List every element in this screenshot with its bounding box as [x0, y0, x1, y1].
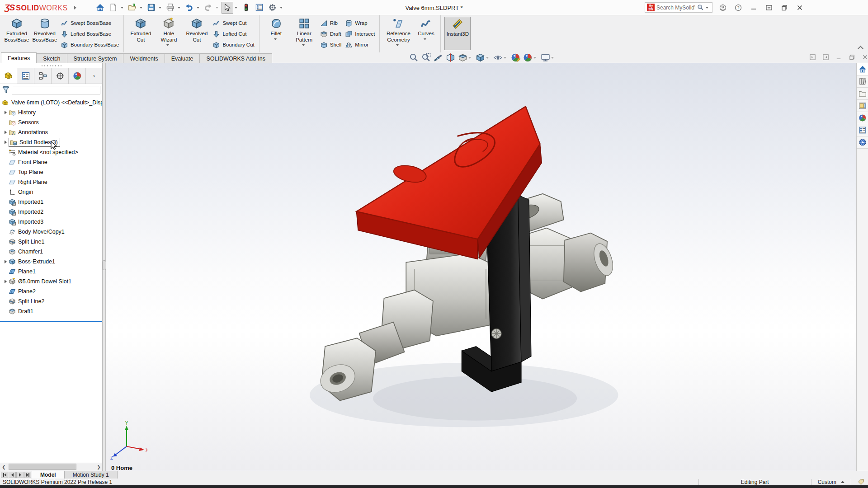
- shell-button[interactable]: Shell: [320, 40, 342, 50]
- expand-arrow-icon[interactable]: [3, 260, 9, 263]
- tree-item-annotations[interactable]: A Annotations: [0, 127, 103, 137]
- view-settings-dropdown-icon[interactable]: [551, 57, 554, 59]
- hide-show-items-button[interactable]: [493, 53, 508, 62]
- tree-item-origin[interactable]: Origin: [0, 187, 103, 197]
- view-palette-button[interactable]: [857, 100, 868, 112]
- tree-item-split-line1[interactable]: Split Line1: [0, 237, 103, 247]
- revolved-boss-base-button[interactable]: Revolved Boss/Base: [32, 17, 58, 43]
- view-orientation-button[interactable]: [458, 53, 473, 62]
- redo-dropdown-icon[interactable]: [216, 7, 218, 9]
- scrollbar-track[interactable]: [8, 463, 95, 471]
- rib-button[interactable]: Rib: [320, 18, 342, 28]
- instant3d-button[interactable]: Instant3D: [444, 17, 471, 50]
- valve-3d-model[interactable]: [106, 63, 856, 471]
- open-dropdown-icon[interactable]: [140, 7, 142, 9]
- tree-item-imported1[interactable]: Imported1: [0, 197, 103, 207]
- pane-collapse-left-icon[interactable]: [809, 54, 816, 61]
- feature-manager-tab[interactable]: [0, 68, 17, 84]
- select-dropdown-icon[interactable]: [235, 7, 237, 9]
- search-input[interactable]: [656, 5, 695, 11]
- search-box[interactable]: MySW: [645, 2, 712, 13]
- redo-button[interactable]: [203, 2, 214, 14]
- tree-item-history[interactable]: History: [0, 108, 103, 117]
- arrange-windows-button[interactable]: [764, 3, 774, 13]
- last-tab-button[interactable]: [24, 472, 31, 478]
- configuration-manager-tab[interactable]: [34, 68, 52, 84]
- display-manager-tab[interactable]: [69, 68, 86, 84]
- new-document-button[interactable]: [108, 2, 119, 14]
- close-button[interactable]: [795, 3, 805, 13]
- tree-item-right-plane[interactable]: Right Plane: [0, 177, 103, 187]
- tab-features[interactable]: Features: [1, 52, 37, 63]
- zoom-to-area-button[interactable]: [421, 53, 431, 62]
- tree-item-dowel-slot[interactable]: Ø5.0mm Dowel Slot1: [0, 277, 103, 286]
- linear-pattern-button[interactable]: Linear Pattern: [291, 17, 317, 46]
- tree-item-draft1[interactable]: Draft1: [0, 306, 103, 316]
- task-pane-home-button[interactable]: [857, 63, 868, 75]
- search-icon[interactable]: [697, 4, 704, 11]
- tree-item-body-move-copy[interactable]: Body-Move/Copy1: [0, 227, 103, 237]
- fillet-button[interactable]: Fillet: [263, 17, 289, 40]
- undo-button[interactable]: [184, 2, 195, 14]
- tree-item-boss-extrude1[interactable]: Boss-Extrude1: [0, 257, 103, 267]
- tree-item-chamfer1[interactable]: Chamfer1: [0, 247, 103, 257]
- file-explorer-button[interactable]: [857, 88, 868, 100]
- hide-show-dropdown-icon[interactable]: [504, 57, 506, 59]
- model-tab[interactable]: Model: [32, 471, 65, 479]
- tree-item-top-plane[interactable]: Top Plane: [0, 167, 103, 177]
- curves-button[interactable]: Curves: [415, 17, 437, 40]
- panel-tab-overflow[interactable]: ›: [86, 68, 102, 84]
- hole-wizard-dropdown-icon[interactable]: [166, 44, 169, 46]
- hole-wizard-button[interactable]: Hole Wizard: [156, 17, 182, 46]
- boundary-cut-button[interactable]: Boundary Cut: [212, 40, 254, 50]
- tree-item-plane1[interactable]: Plane1: [0, 267, 103, 277]
- panel-grip[interactable]: [0, 63, 102, 68]
- undo-dropdown-icon[interactable]: [197, 7, 199, 9]
- open-button[interactable]: [127, 2, 138, 14]
- apply-scene-button[interactable]: [523, 53, 538, 62]
- previous-tab-button[interactable]: [9, 472, 16, 478]
- help-button[interactable]: ?: [733, 3, 743, 13]
- apply-scene-dropdown-icon[interactable]: [533, 57, 536, 59]
- tree-item-imported2[interactable]: Imported2: [0, 207, 103, 217]
- pane-collapse-right-icon[interactable]: [822, 54, 829, 61]
- linear-pattern-dropdown-icon[interactable]: [302, 44, 305, 46]
- expand-arrow-icon[interactable]: [3, 141, 9, 144]
- tree-item-split-line2[interactable]: Split Line2: [0, 296, 103, 306]
- expand-arrow-icon[interactable]: [3, 131, 9, 134]
- save-button[interactable]: [146, 2, 157, 14]
- design-library-button[interactable]: [857, 75, 868, 88]
- graphics-viewport[interactable]: Y X Z 0 Home: [106, 63, 856, 471]
- revolved-cut-button[interactable]: Revolved Cut: [184, 17, 210, 43]
- swept-boss-base-button[interactable]: Swept Boss/Base: [61, 18, 119, 28]
- view-orientation-dropdown-icon[interactable]: [468, 57, 471, 59]
- valve-right-fitting[interactable]: [516, 228, 616, 299]
- wrap-button[interactable]: Wrap: [345, 18, 375, 28]
- tree-item-sensors[interactable]: Sensors: [0, 117, 103, 127]
- print-button[interactable]: [165, 2, 176, 14]
- panel-splitter[interactable]: [103, 63, 106, 471]
- display-style-button[interactable]: [476, 53, 491, 62]
- units-selector[interactable]: Custom: [818, 479, 836, 485]
- minimize-button[interactable]: [749, 3, 759, 13]
- draft-button[interactable]: Draft: [320, 29, 342, 39]
- search-dropdown-icon[interactable]: [706, 7, 708, 9]
- appearances-scenes-button[interactable]: [857, 112, 868, 124]
- logo-expand-icon[interactable]: [74, 6, 76, 9]
- login-button[interactable]: [718, 3, 728, 13]
- solidworks-forum-button[interactable]: [857, 136, 868, 149]
- doc-close-icon[interactable]: [862, 54, 868, 61]
- tree-item-front-plane[interactable]: Front Plane: [0, 157, 103, 167]
- tree-filter-input[interactable]: [12, 86, 100, 94]
- lofted-cut-button[interactable]: Lofted Cut: [212, 29, 254, 39]
- tab-structure-system[interactable]: Structure System: [67, 53, 124, 63]
- view-settings-button[interactable]: [541, 53, 556, 62]
- lofted-boss-base-button[interactable]: Lofted Boss/Base: [61, 29, 119, 39]
- extruded-boss-base-button[interactable]: Extruded Boss/Base: [4, 17, 30, 43]
- tab-evaluate[interactable]: Evaluate: [165, 53, 200, 63]
- tag-icon[interactable]: [858, 479, 864, 485]
- tree-root-item[interactable]: Valve 6mm (LOTO) <<Default>_Displa: [0, 98, 103, 108]
- scrollbar-thumb[interactable]: [9, 464, 76, 470]
- select-tool-button[interactable]: [222, 2, 233, 14]
- reference-geometry-dropdown-icon[interactable]: [396, 44, 399, 46]
